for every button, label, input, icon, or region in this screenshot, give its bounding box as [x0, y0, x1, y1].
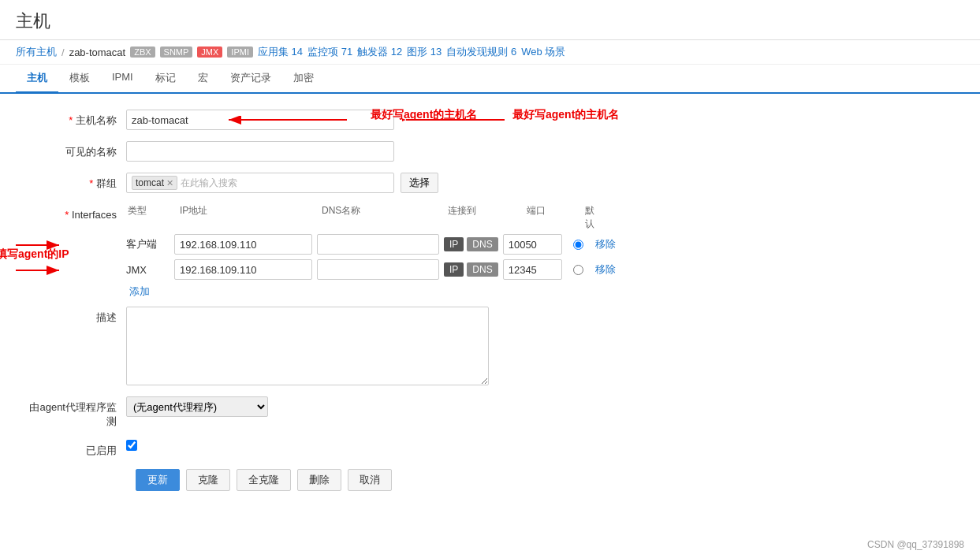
iface-radio-agent[interactable] — [573, 240, 583, 250]
enabled-checkbox[interactable] — [126, 440, 137, 451]
visible-name-label: 可见的名称 — [24, 141, 126, 159]
cancel-button[interactable]: 取消 — [348, 469, 392, 491]
iface-btn-dns-agent[interactable]: DNS — [467, 237, 497, 251]
agent-monitor-select[interactable]: (无agent代理程序) — [126, 396, 268, 417]
update-button[interactable]: 更新 — [136, 469, 180, 491]
iface-row-agent: 客户端 IP DNS 移除 — [126, 234, 956, 255]
iface-btn-dns-jmx[interactable]: DNS — [467, 262, 497, 277]
group-select-button[interactable]: 选择 — [401, 173, 438, 193]
iface-port-agent[interactable] — [503, 234, 562, 255]
agent-arrow-svg — [16, 237, 63, 253]
hostname-input[interactable] — [126, 110, 394, 130]
iface-connect-jmx: IP DNS — [444, 262, 498, 277]
description-label: 描述 — [24, 307, 126, 325]
group-tag-label: tomcat — [136, 177, 164, 188]
full-clone-button[interactable]: 全克隆 — [237, 469, 291, 491]
nav-web[interactable]: Web 场景 — [521, 45, 565, 59]
iface-btn-ip-agent[interactable]: IP — [444, 237, 464, 251]
action-buttons: 更新 克隆 全克隆 删除 取消 — [24, 469, 956, 491]
add-interface-link[interactable]: 添加 — [128, 285, 150, 297]
iface-dns-jmx[interactable] — [317, 259, 439, 280]
enabled-label: 已启用 — [24, 440, 126, 458]
iface-port-jmx[interactable] — [503, 259, 562, 280]
iface-col-connect: 连接到 — [443, 204, 522, 231]
iface-header-row: 类型 IP地址 DNS名称 连接到 端口 默认 — [126, 204, 956, 231]
hostname-label: * 主机名称 — [24, 110, 126, 128]
breadcrumb-all-hosts[interactable]: 所有主机 — [16, 45, 57, 59]
tag-snmp: SNMP — [160, 46, 193, 58]
tab-ipmi[interactable]: IPMI — [101, 65, 144, 94]
iface-ip-agent[interactable] — [174, 234, 312, 255]
nav-applications[interactable]: 应用集 14 — [258, 45, 303, 59]
breadcrumb-current: zab-tomacat — [69, 46, 126, 58]
tab-host[interactable]: 主机 — [16, 65, 58, 94]
page-title: 主机 — [16, 9, 964, 33]
visible-name-input[interactable] — [126, 141, 394, 162]
iface-col-port: 端口 — [522, 204, 585, 231]
tab-macros[interactable]: 宏 — [187, 65, 219, 94]
tab-encryption[interactable]: 加密 — [282, 65, 325, 94]
iface-dns-agent[interactable] — [317, 234, 439, 255]
iface-type-agent: 客户端 — [126, 237, 170, 251]
iface-default-agent — [567, 240, 591, 250]
nav-items[interactable]: 监控项 71 — [307, 45, 352, 59]
page-credit: CSDN @qq_37391898 — [867, 539, 964, 550]
breadcrumb-bar: 所有主机 / zab-tomacat ZBX SNMP JMX IPMI 应用集… — [0, 40, 980, 65]
agent-monitor-label: 由agent代理程序监测 — [24, 396, 126, 429]
iface-default-jmx — [567, 265, 591, 275]
tab-bar: 主机 模板 IPMI 标记 宏 资产记录 加密 — [0, 65, 980, 94]
tag-ipmi: IPMI — [227, 46, 253, 58]
form-area: * 主机名称 最好写agent的主机名 — [0, 94, 980, 507]
clone-button[interactable]: 克隆 — [186, 469, 230, 491]
interfaces-label: * Interfaces — [24, 204, 126, 221]
iface-ip-jmx[interactable] — [174, 259, 312, 280]
nav-triggers[interactable]: 触发器 12 — [357, 45, 402, 59]
breadcrumb-sep: / — [61, 46, 65, 58]
iface-col-type: 类型 — [128, 204, 175, 231]
iface-radio-jmx[interactable] — [573, 265, 583, 275]
tab-tags[interactable]: 标记 — [144, 65, 187, 94]
group-label: * 群组 — [24, 173, 126, 191]
nav-graphs[interactable]: 图形 13 — [407, 45, 442, 59]
iface-row-jmx: JMX IP DNS 移除 — [126, 259, 956, 280]
delete-button[interactable]: 删除 — [297, 469, 341, 491]
hostname-arrow-svg — [402, 110, 505, 133]
jmx-arrow-svg — [16, 262, 63, 278]
group-tag-remove[interactable]: ✕ — [166, 178, 173, 188]
iface-btn-ip-jmx[interactable]: IP — [444, 262, 464, 277]
interfaces-table: 类型 IP地址 DNS名称 连接到 端口 默认 — [126, 204, 956, 299]
tag-zbx: ZBX — [130, 46, 155, 58]
hostname-note: 最好写agent的主机名 — [512, 108, 619, 122]
group-tag-tomcat: tomcat ✕ — [132, 176, 177, 190]
iface-connect-agent: IP DNS — [444, 237, 498, 251]
tab-template[interactable]: 模板 — [58, 65, 101, 94]
tab-asset[interactable]: 资产记录 — [219, 65, 282, 94]
iface-col-dns: DNS名称 — [317, 204, 443, 231]
iface-type-jmx: JMX — [126, 264, 170, 276]
tag-jmx: JMX — [197, 46, 222, 58]
nav-discovery[interactable]: 自动发现规则 6 — [446, 45, 516, 59]
iface-remove-jmx[interactable]: 移除 — [595, 262, 616, 277]
iface-col-default: 默认 — [585, 204, 617, 231]
group-tags-input[interactable]: tomcat ✕ 在此输入搜索 — [126, 173, 394, 193]
description-textarea[interactable] — [126, 307, 489, 385]
iface-col-ip: IP地址 — [175, 204, 317, 231]
group-search-hint: 在此输入搜索 — [181, 177, 237, 190]
iface-remove-agent[interactable]: 移除 — [595, 237, 616, 251]
